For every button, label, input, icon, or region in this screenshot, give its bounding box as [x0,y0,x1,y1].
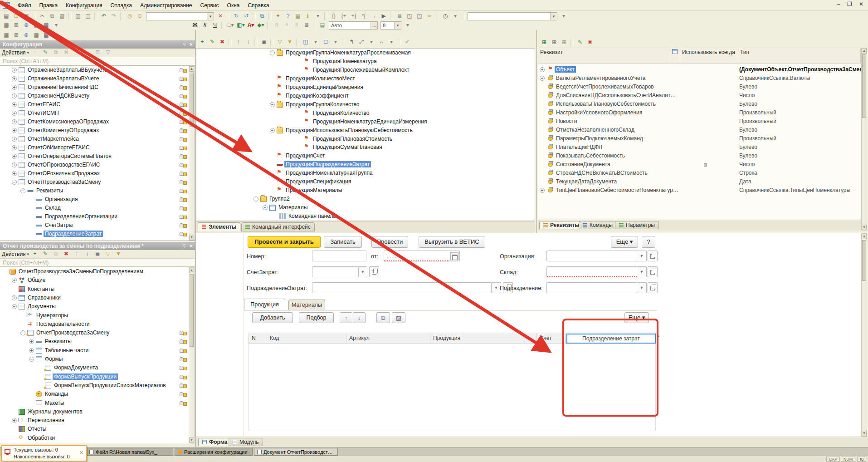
copy-icon[interactable]: ⧉ [51,250,60,258]
tree-item[interactable]: +Реквизиты [0,337,195,346]
syntax-help-icon[interactable]: ? [283,12,293,20]
combo-more-icon[interactable]: ▾ [559,12,568,20]
pin-icon[interactable]: ⚲ [183,40,186,49]
tree-item[interactable]: −ОтчетПроизводстваЗаСмену [0,178,195,187]
department-dropdown[interactable]: ▼ [637,282,647,293]
expand-icon[interactable]: + [540,76,545,81]
actions-menu[interactable]: Действия [2,251,26,257]
goto-icon[interactable]: → [369,12,378,20]
tree-item[interactable]: ФормаВыпускПродукции [0,373,195,381]
collapse-icon[interactable]: − [270,128,275,133]
delete-icon[interactable]: ✖ [62,49,71,57]
timer-icon[interactable]: ◷ [441,12,450,20]
add-special-icon[interactable]: ⊞ [560,39,569,47]
filter-add-icon[interactable]: ▼ [285,38,294,46]
more-button[interactable]: Еще ▾ [611,236,638,248]
db-store-icon[interactable]: ⊜ [22,21,31,29]
attributes-scrollbar[interactable]: ▲▼ [861,48,867,231]
tree-item[interactable]: ОтчетПроизводстваЗаСменыПоПодразделениям [0,267,195,276]
preview-icon[interactable]: ◫ [83,12,93,20]
tree-item[interactable]: ПодразделениеЗатрат [0,230,195,238]
attribute-row[interactable]: +ТипЦенПлановойСебестоимостиНоменклатур…… [538,186,861,195]
tree-item[interactable]: ФормаДокумента [0,364,195,372]
config-search[interactable]: Поиск (Ctrl+Alt+M) [0,57,195,66]
expand-icon[interactable]: + [540,188,545,193]
timer-dd-icon[interactable]: ▾ [451,12,460,20]
tree-item[interactable]: +ОтчетИСМП [0,109,195,118]
attribute-row[interactable]: ТекущаяДатаДокументаДата [538,177,861,186]
warehouse-dropdown[interactable]: ▼ [637,266,647,277]
upload-vetis-button[interactable]: Выгрузить в ВЕТИС [419,236,485,248]
align-justify-icon[interactable]: ≣ [302,21,311,29]
grid-column-3[interactable]: Продукция [430,333,523,343]
sync-forward-icon[interactable]: ↻ [232,12,241,20]
taskbar-item-1[interactable]: Расширения конфигурации [175,448,253,456]
dd1-icon[interactable]: ▾ [311,38,320,46]
tree-item[interactable]: Склад [0,204,195,212]
expand-icon[interactable]: + [12,128,17,133]
expand-icon[interactable]: + [29,339,34,344]
tree-item[interactable]: ПродукцияКоличествоМест [196,74,535,83]
cfg-dd-icon[interactable]: ▾ [52,31,61,39]
delete-icon[interactable]: ✖ [62,250,71,258]
write-button[interactable]: Записать [324,236,362,248]
collapse-icon[interactable]: − [20,330,25,335]
block-all-icon[interactable]: *{ [359,12,368,20]
attribute-row[interactable]: ДляСписанияНДСиспользоватьСчетИАналит…Чи… [538,91,861,100]
context-combo[interactable]: ▾ [468,12,557,20]
down-icon[interactable]: ↓ [83,250,92,258]
tab-materials[interactable]: Материалы [288,300,325,310]
tree-item[interactable]: ПродукцияСпецификация [196,177,535,186]
add-row-button[interactable]: Добавить [252,312,293,323]
block-open-icon[interactable]: {+ [339,12,348,20]
add-icon[interactable]: + [30,250,39,258]
cfg-db-icon[interactable]: ⊜ [22,31,31,39]
snippet1-icon[interactable]: ◳ [405,12,414,20]
tree-item[interactable]: −Группа2 [196,195,535,203]
search-combo[interactable]: ▾ [146,12,214,20]
expand-icon[interactable]: + [12,154,17,159]
menu-item-7[interactable]: Справка [244,1,273,10]
tab-parameters[interactable]: Параметры [615,221,659,229]
check-icon[interactable]: ✔ [403,38,412,46]
tree-item[interactable]: ПродукцияПрослеживаемыйКомплект [196,66,535,74]
add-copy-icon[interactable]: ⊞ [550,39,559,47]
menu-item-6[interactable]: Окна [223,1,244,10]
highlight-color-button[interactable]: ◧▾ [236,21,245,29]
attribute-row[interactable]: ИспользоватьПлановуюСебестоимостьБулево [538,100,861,108]
column-attribute[interactable]: Реквизит [538,48,670,64]
snippet2-icon[interactable]: ◳ [415,12,424,20]
tab-module[interactable]: Модуль [229,438,263,446]
expand-icon[interactable]: + [540,67,545,72]
row-up-button[interactable]: ↑ [340,312,352,323]
info-icon[interactable]: ℹ [303,12,312,20]
expand-icon[interactable]: + [29,348,34,353]
tree-item[interactable]: Нумераторы [0,311,195,320]
close-icon[interactable]: ✕ [79,450,83,456]
expand-icon[interactable]: + [12,102,17,107]
up-icon[interactable]: ↑ [72,250,81,258]
collapse-icon[interactable]: − [29,357,34,362]
tree-item[interactable]: +ОтражениеНДСКВычету [0,92,195,100]
filter-star-icon[interactable]: ▽ [275,38,284,46]
attribute-row[interactable]: ВедетсяУчетПрослеживаемыхТоваровБулево [538,83,861,91]
close-icon[interactable]: ✕ [189,242,193,250]
close-icon[interactable]: ✕ [189,40,193,49]
report-icon[interactable]: ▤ [42,21,51,29]
expand-icon[interactable]: + [12,171,17,176]
tree-item[interactable]: +ОтчетМаркетплейса [0,135,195,143]
expand-icon[interactable]: + [12,111,17,116]
edit-icon[interactable]: ✎ [208,38,217,46]
tree-item[interactable]: ПродукцияНоменклатурнаяГруппа [196,169,535,177]
windows-icon[interactable]: ⧉ [258,12,267,20]
attribute-row[interactable]: НовостиПроизвольный [538,117,861,126]
edit-icon[interactable]: ✎ [41,49,50,57]
tree-item[interactable]: Обработки [0,434,195,442]
format-icon[interactable]: ≣ [395,12,404,20]
tree-item[interactable]: +Общие [0,276,195,285]
organization-dropdown[interactable]: ▼ [637,251,647,261]
cfg-close-icon[interactable]: ⊠ [12,31,21,39]
italic-button[interactable]: К [200,21,210,29]
pick-button[interactable]: Подбор [299,312,334,323]
number-input[interactable] [312,251,366,261]
